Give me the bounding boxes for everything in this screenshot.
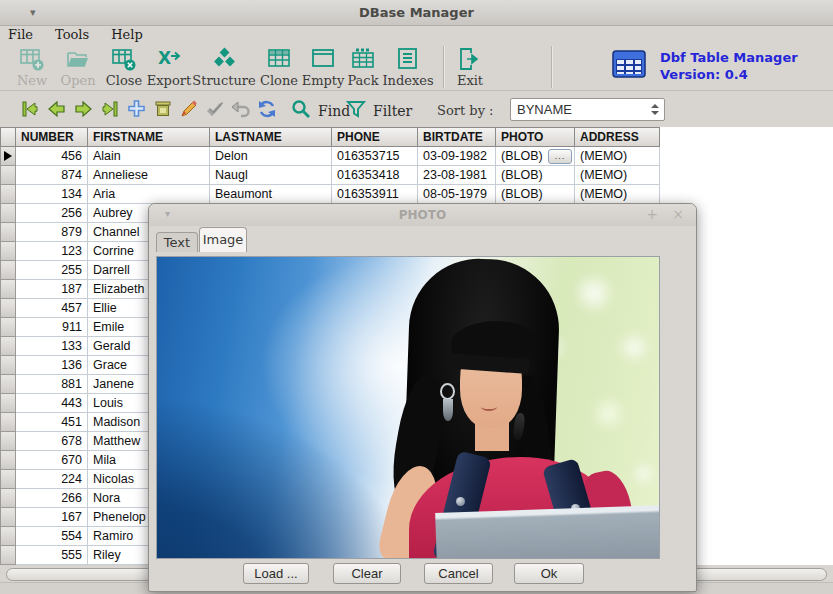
row-selector[interactable] [0, 375, 16, 394]
row-selector[interactable] [0, 546, 16, 565]
row-selector[interactable] [0, 394, 16, 413]
empty-button[interactable]: Empty [302, 46, 344, 90]
cancel-button[interactable]: Cancel [424, 563, 493, 584]
exit-button[interactable]: Exit [450, 46, 490, 90]
row-selector[interactable] [0, 470, 16, 489]
clone-button[interactable]: Clone [258, 46, 300, 90]
row-selector[interactable] [0, 185, 16, 204]
cell-birtdate[interactable]: 23-08-1981 [418, 166, 496, 185]
blob-open-button[interactable]: ... [548, 149, 572, 164]
row-selector[interactable] [0, 489, 16, 508]
row-selector[interactable] [0, 280, 16, 299]
col-header-lastname[interactable]: LASTNAME [210, 127, 332, 147]
row-selector[interactable] [0, 318, 16, 337]
table-row[interactable]: 874AnnelieseNaugl01635341823-08-1981(BLO… [0, 166, 833, 185]
spinner-icons[interactable] [646, 99, 664, 120]
edit-record-icon[interactable] [178, 98, 200, 120]
maximize-icon[interactable]: + [646, 206, 658, 222]
spin-down-icon[interactable] [651, 111, 659, 115]
cell-number[interactable]: 879 [16, 223, 88, 242]
cell-number[interactable]: 554 [16, 527, 88, 546]
row-selector[interactable] [0, 413, 16, 432]
menu-file[interactable]: File [8, 26, 33, 44]
cell-number[interactable]: 456 [16, 147, 88, 166]
cell-number[interactable]: 443 [16, 394, 88, 413]
next-record-icon[interactable] [72, 98, 94, 120]
cell-number[interactable]: 134 [16, 185, 88, 204]
cell-number[interactable]: 187 [16, 280, 88, 299]
row-selector[interactable] [0, 432, 16, 451]
filter-button[interactable]: Filter [345, 98, 412, 124]
row-selector[interactable] [0, 223, 16, 242]
cell-number[interactable]: 670 [16, 451, 88, 470]
pack-button[interactable]: Pack [346, 46, 380, 90]
cell-firstname[interactable]: Aria [88, 185, 210, 204]
cell-phone[interactable]: 016353911 [332, 185, 418, 204]
find-button[interactable]: Find [290, 98, 350, 124]
cell-number[interactable]: 555 [16, 546, 88, 565]
open-button[interactable]: Open [58, 46, 98, 90]
row-selector[interactable] [0, 508, 16, 527]
new-button[interactable]: New [12, 46, 52, 90]
indexes-button[interactable]: Indexes [382, 46, 434, 90]
cell-lastname[interactable]: Naugl [210, 166, 332, 185]
cell-photo[interactable]: (BLOB) [496, 185, 575, 204]
close-icon[interactable]: × [672, 206, 684, 222]
row-selector[interactable] [0, 356, 16, 375]
export-button[interactable]: X Export [146, 46, 192, 90]
row-selector[interactable] [0, 166, 16, 185]
dialog-titlebar[interactable]: ▾ PHOTO + × [149, 204, 696, 226]
cell-number[interactable]: 255 [16, 261, 88, 280]
close-button[interactable]: Close [102, 46, 146, 90]
col-header-address[interactable]: ADDRESS [575, 127, 660, 147]
cell-phone[interactable]: 016353715 [332, 147, 418, 166]
cell-number[interactable]: 224 [16, 470, 88, 489]
cell-birtdate[interactable]: 08-05-1979 [418, 185, 496, 204]
cell-number[interactable]: 133 [16, 337, 88, 356]
row-selector[interactable] [0, 451, 16, 470]
cell-number[interactable]: 874 [16, 166, 88, 185]
titlebar[interactable]: ▾ DBase Manager [0, 0, 833, 26]
row-selector[interactable] [0, 204, 16, 223]
first-record-icon[interactable] [20, 98, 42, 120]
revert-icon[interactable] [230, 98, 252, 120]
previous-record-icon[interactable] [46, 98, 68, 120]
col-header-photo[interactable]: PHOTO [496, 127, 575, 147]
cell-number[interactable]: 881 [16, 375, 88, 394]
menu-help[interactable]: Help [111, 26, 143, 44]
cell-photo[interactable]: (BLOB) [496, 166, 575, 185]
load-button[interactable]: Load ... [243, 563, 309, 584]
ok-button[interactable]: Ok [514, 563, 584, 584]
tab-text[interactable]: Text [156, 232, 198, 252]
col-header-firstname[interactable]: FIRSTNAME [88, 127, 210, 147]
refresh-icon[interactable] [256, 98, 278, 120]
cell-firstname[interactable]: Anneliese [88, 166, 210, 185]
post-edit-icon[interactable] [204, 98, 226, 120]
tab-image[interactable]: Image [199, 227, 247, 252]
table-row[interactable]: 134AriaBeaumont01635391108-05-1979(BLOB)… [0, 185, 833, 204]
window-menu-icon[interactable]: ▾ [30, 6, 36, 19]
cell-number[interactable]: 123 [16, 242, 88, 261]
cell-lastname[interactable]: Delon [210, 147, 332, 166]
cell-number[interactable]: 256 [16, 204, 88, 223]
cell-number[interactable]: 678 [16, 432, 88, 451]
cell-birtdate[interactable]: 03-09-1982 [418, 147, 496, 166]
menu-tools[interactable]: Tools [55, 26, 89, 44]
cell-phone[interactable]: 016353418 [332, 166, 418, 185]
col-header-phone[interactable]: PHONE [332, 127, 418, 147]
row-selector[interactable] [0, 527, 16, 546]
delete-record-icon[interactable] [152, 98, 174, 120]
table-row[interactable]: 456AlainDelon01635371503-09-1982(BLOB)..… [0, 147, 833, 166]
cell-number[interactable]: 457 [16, 299, 88, 318]
cell-address[interactable]: (MEMO) [575, 166, 660, 185]
structure-button[interactable]: Structure [194, 46, 254, 90]
cell-lastname[interactable]: Beaumont [210, 185, 332, 204]
last-record-icon[interactable] [98, 98, 120, 120]
col-header-number[interactable]: NUMBER [16, 127, 88, 147]
cell-firstname[interactable]: Alain [88, 147, 210, 166]
row-selector[interactable] [0, 242, 16, 261]
cell-address[interactable]: (MEMO) [575, 185, 660, 204]
add-record-icon[interactable] [126, 98, 148, 120]
cell-photo[interactable]: (BLOB)... [496, 147, 575, 166]
cell-number[interactable]: 167 [16, 508, 88, 527]
